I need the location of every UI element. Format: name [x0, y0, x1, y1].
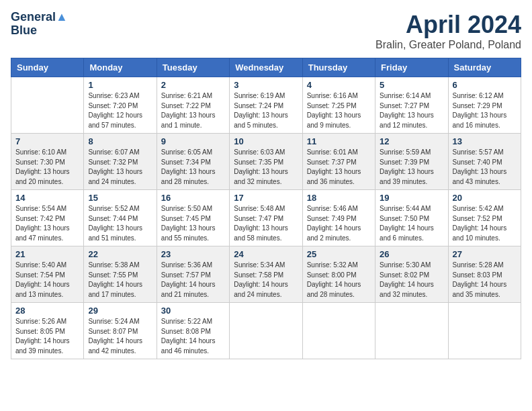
col-saturday: Saturday	[448, 58, 521, 77]
day-info: Sunrise: 6:23 AMSunset: 7:20 PMDaylight:…	[88, 91, 152, 130]
day-number: 21	[15, 249, 79, 259]
day-number: 15	[88, 193, 152, 203]
calendar-header-row: Sunday Monday Tuesday Wednesday Thursday…	[11, 58, 521, 77]
col-sunday: Sunday	[11, 58, 84, 77]
table-row: 27Sunrise: 5:28 AMSunset: 8:03 PMDayligh…	[448, 246, 521, 303]
table-row: 2Sunrise: 6:21 AMSunset: 7:22 PMDaylight…	[157, 77, 229, 134]
day-info: Sunrise: 5:52 AMSunset: 7:44 PMDaylight:…	[88, 204, 152, 243]
day-info: Sunrise: 5:32 AMSunset: 8:00 PMDaylight:…	[307, 261, 371, 300]
table-row	[11, 77, 84, 134]
day-number: 18	[307, 193, 371, 203]
table-row: 8Sunrise: 6:07 AMSunset: 7:32 PMDaylight…	[84, 134, 157, 190]
day-number: 27	[453, 249, 517, 259]
calendar-week-row: 28Sunrise: 5:26 AMSunset: 8:05 PMDayligh…	[11, 303, 521, 359]
day-number: 20	[453, 193, 517, 203]
day-info: Sunrise: 6:03 AMSunset: 7:35 PMDaylight:…	[234, 148, 298, 187]
day-number: 5	[380, 80, 443, 90]
day-number: 19	[380, 193, 443, 203]
day-info: Sunrise: 5:36 AMSunset: 7:57 PMDaylight:…	[161, 261, 225, 300]
table-row: 1Sunrise: 6:23 AMSunset: 7:20 PMDaylight…	[84, 77, 157, 134]
table-row: 25Sunrise: 5:32 AMSunset: 8:00 PMDayligh…	[302, 246, 375, 303]
day-number: 6	[453, 80, 517, 90]
table-row: 24Sunrise: 5:34 AMSunset: 7:58 PMDayligh…	[230, 246, 302, 303]
table-row: 15Sunrise: 5:52 AMSunset: 7:44 PMDayligh…	[84, 190, 157, 246]
day-info: Sunrise: 5:46 AMSunset: 7:49 PMDaylight:…	[307, 204, 371, 243]
day-number: 26	[380, 249, 443, 259]
table-row: 5Sunrise: 6:14 AMSunset: 7:27 PMDaylight…	[375, 77, 448, 134]
day-number: 7	[15, 136, 79, 146]
day-number: 25	[307, 249, 371, 259]
day-info: Sunrise: 5:59 AMSunset: 7:39 PMDaylight:…	[380, 148, 443, 187]
day-info: Sunrise: 6:19 AMSunset: 7:24 PMDaylight:…	[234, 91, 298, 130]
table-row	[375, 303, 448, 359]
day-info: Sunrise: 5:30 AMSunset: 8:02 PMDaylight:…	[380, 261, 443, 300]
day-info: Sunrise: 5:34 AMSunset: 7:58 PMDaylight:…	[234, 261, 298, 300]
calendar-table: Sunday Monday Tuesday Wednesday Thursday…	[11, 58, 521, 359]
table-row: 9Sunrise: 6:05 AMSunset: 7:34 PMDaylight…	[157, 134, 229, 190]
table-row: 3Sunrise: 6:19 AMSunset: 7:24 PMDaylight…	[230, 77, 302, 134]
day-number: 23	[161, 249, 225, 259]
day-info: Sunrise: 6:12 AMSunset: 7:29 PMDaylight:…	[453, 91, 517, 130]
day-info: Sunrise: 5:28 AMSunset: 8:03 PMDaylight:…	[453, 261, 517, 300]
location: Bralin, Greater Poland, Poland	[375, 39, 521, 51]
day-info: Sunrise: 5:54 AMSunset: 7:42 PMDaylight:…	[15, 204, 79, 243]
table-row: 21Sunrise: 5:40 AMSunset: 7:54 PMDayligh…	[11, 246, 84, 303]
day-info: Sunrise: 5:24 AMSunset: 8:07 PMDaylight:…	[88, 317, 152, 356]
day-info: Sunrise: 5:42 AMSunset: 7:52 PMDaylight:…	[453, 204, 517, 243]
day-number: 22	[88, 249, 152, 259]
col-monday: Monday	[84, 58, 157, 77]
col-tuesday: Tuesday	[157, 58, 229, 77]
table-row: 7Sunrise: 6:10 AMSunset: 7:30 PMDaylight…	[11, 134, 84, 190]
day-number: 1	[88, 80, 152, 90]
day-info: Sunrise: 6:21 AMSunset: 7:22 PMDaylight:…	[161, 91, 225, 130]
day-number: 24	[234, 249, 298, 259]
day-number: 11	[307, 136, 371, 146]
day-info: Sunrise: 5:57 AMSunset: 7:40 PMDaylight:…	[453, 148, 517, 187]
table-row: 28Sunrise: 5:26 AMSunset: 8:05 PMDayligh…	[11, 303, 84, 359]
day-info: Sunrise: 5:48 AMSunset: 7:47 PMDaylight:…	[234, 204, 298, 243]
table-row: 6Sunrise: 6:12 AMSunset: 7:29 PMDaylight…	[448, 77, 521, 134]
calendar-week-row: 14Sunrise: 5:54 AMSunset: 7:42 PMDayligh…	[11, 190, 521, 246]
page-header: General▲Blue April 2024 Bralin, Greater …	[11, 11, 521, 51]
day-info: Sunrise: 5:26 AMSunset: 8:05 PMDaylight:…	[15, 317, 79, 356]
day-number: 10	[234, 136, 298, 146]
logo-text: General▲Blue	[11, 11, 68, 38]
day-number: 16	[161, 193, 225, 203]
day-number: 30	[161, 306, 225, 316]
table-row: 4Sunrise: 6:16 AMSunset: 7:25 PMDaylight…	[302, 77, 375, 134]
table-row	[230, 303, 302, 359]
table-row: 30Sunrise: 5:22 AMSunset: 8:08 PMDayligh…	[157, 303, 229, 359]
day-info: Sunrise: 6:10 AMSunset: 7:30 PMDaylight:…	[15, 148, 79, 187]
day-info: Sunrise: 5:44 AMSunset: 7:50 PMDaylight:…	[380, 204, 443, 243]
logo: General▲Blue	[11, 11, 68, 38]
day-number: 2	[161, 80, 225, 90]
day-info: Sunrise: 5:38 AMSunset: 7:55 PMDaylight:…	[88, 261, 152, 300]
table-row: 10Sunrise: 6:03 AMSunset: 7:35 PMDayligh…	[230, 134, 302, 190]
table-row: 29Sunrise: 5:24 AMSunset: 8:07 PMDayligh…	[84, 303, 157, 359]
calendar-week-row: 7Sunrise: 6:10 AMSunset: 7:30 PMDaylight…	[11, 134, 521, 190]
col-wednesday: Wednesday	[230, 58, 302, 77]
day-info: Sunrise: 5:22 AMSunset: 8:08 PMDaylight:…	[161, 317, 225, 356]
table-row: 23Sunrise: 5:36 AMSunset: 7:57 PMDayligh…	[157, 246, 229, 303]
table-row: 16Sunrise: 5:50 AMSunset: 7:45 PMDayligh…	[157, 190, 229, 246]
day-number: 8	[88, 136, 152, 146]
col-friday: Friday	[375, 58, 448, 77]
title-area: April 2024 Bralin, Greater Poland, Polan…	[375, 11, 521, 51]
day-number: 9	[161, 136, 225, 146]
day-info: Sunrise: 6:05 AMSunset: 7:34 PMDaylight:…	[161, 148, 225, 187]
table-row: 13Sunrise: 5:57 AMSunset: 7:40 PMDayligh…	[448, 134, 521, 190]
table-row: 18Sunrise: 5:46 AMSunset: 7:49 PMDayligh…	[302, 190, 375, 246]
day-info: Sunrise: 6:01 AMSunset: 7:37 PMDaylight:…	[307, 148, 371, 187]
day-number: 29	[88, 306, 152, 316]
day-number: 13	[453, 136, 517, 146]
table-row: 11Sunrise: 6:01 AMSunset: 7:37 PMDayligh…	[302, 134, 375, 190]
day-number: 17	[234, 193, 298, 203]
table-row: 22Sunrise: 5:38 AMSunset: 7:55 PMDayligh…	[84, 246, 157, 303]
calendar-week-row: 21Sunrise: 5:40 AMSunset: 7:54 PMDayligh…	[11, 246, 521, 303]
calendar-week-row: 1Sunrise: 6:23 AMSunset: 7:20 PMDaylight…	[11, 77, 521, 134]
table-row	[302, 303, 375, 359]
day-info: Sunrise: 6:07 AMSunset: 7:32 PMDaylight:…	[88, 148, 152, 187]
table-row: 26Sunrise: 5:30 AMSunset: 8:02 PMDayligh…	[375, 246, 448, 303]
day-number: 28	[15, 306, 79, 316]
table-row	[448, 303, 521, 359]
